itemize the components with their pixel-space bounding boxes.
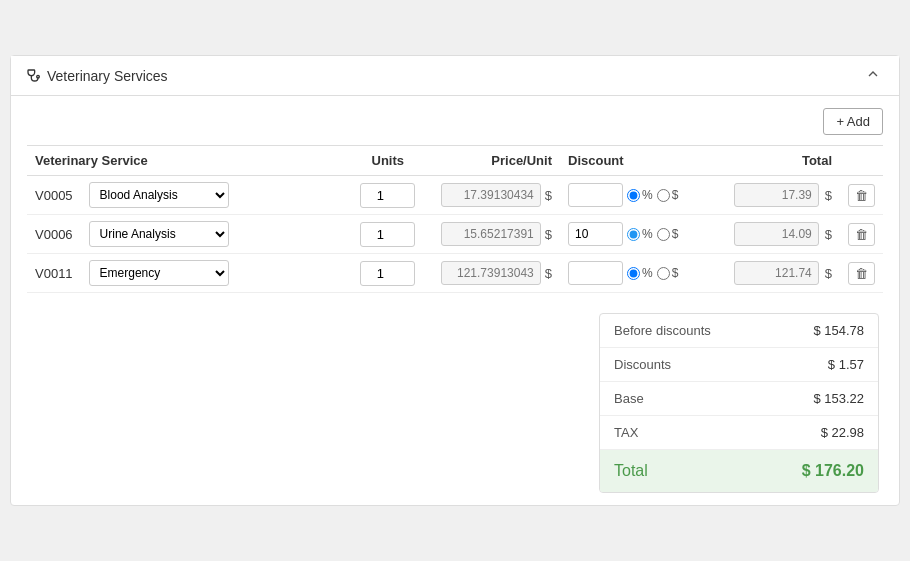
panel-header: Veterinary Services	[11, 56, 899, 96]
panel-body: + Add Veterinary Service Units Price/Uni…	[11, 96, 899, 505]
total-wrapper: $	[718, 183, 832, 207]
units-cell	[343, 176, 433, 215]
price-cell: $	[433, 254, 560, 293]
collapse-button[interactable]	[861, 64, 885, 87]
discount-dollar-label[interactable]: $	[657, 227, 679, 241]
discount-percent-radio[interactable]	[627, 228, 640, 241]
table-row: V0011Blood AnalysisUrine AnalysisEmergen…	[27, 254, 883, 293]
units-cell	[343, 215, 433, 254]
discount-dollar-radio[interactable]	[657, 189, 670, 202]
summary-box: Before discounts $ 154.78 Discounts $ 1.…	[599, 313, 879, 493]
service-select[interactable]: Blood AnalysisUrine AnalysisEmergency	[89, 182, 229, 208]
discount-input[interactable]	[568, 222, 623, 246]
summary-section: Before discounts $ 154.78 Discounts $ 1.…	[27, 313, 883, 493]
discount-dollar-radio[interactable]	[657, 267, 670, 280]
units-input[interactable]	[360, 261, 415, 286]
discount-wrapper: %$	[568, 183, 702, 207]
delete-cell: 🗑	[840, 254, 883, 293]
summary-base: Base $ 153.22	[600, 382, 878, 416]
chevron-up-icon	[865, 66, 881, 82]
price-dollar-sign: $	[545, 227, 552, 242]
delete-button[interactable]: 🗑	[848, 184, 875, 207]
price-input[interactable]	[441, 183, 541, 207]
total-dollar-sign: $	[825, 266, 832, 281]
price-wrapper: $	[441, 222, 552, 246]
summary-total: Total $ 176.20	[600, 450, 878, 492]
col-header-discount: Discount	[560, 146, 710, 176]
summary-before-discounts: Before discounts $ 154.78	[600, 314, 878, 348]
total-dollar-sign: $	[825, 227, 832, 242]
total-cell: $	[710, 215, 840, 254]
service-select-cell: Blood AnalysisUrine AnalysisEmergency	[81, 215, 343, 254]
tax-value: $ 22.98	[821, 425, 864, 440]
discount-wrapper: %$	[568, 261, 702, 285]
price-dollar-sign: $	[545, 266, 552, 281]
discount-dollar-radio[interactable]	[657, 228, 670, 241]
tax-label: TAX	[614, 425, 638, 440]
discount-percent-label[interactable]: %	[627, 227, 653, 241]
discount-percent-radio[interactable]	[627, 267, 640, 280]
table-row: V0006Blood AnalysisUrine AnalysisEmergen…	[27, 215, 883, 254]
add-button[interactable]: + Add	[823, 108, 883, 135]
units-input[interactable]	[360, 183, 415, 208]
col-header-price: Price/Unit	[433, 146, 560, 176]
delete-button[interactable]: 🗑	[848, 262, 875, 285]
discount-input[interactable]	[568, 183, 623, 207]
total-label: Total	[614, 462, 648, 480]
price-cell: $	[433, 215, 560, 254]
total-cell: $	[710, 176, 840, 215]
service-code: V0005	[27, 176, 81, 215]
price-dollar-sign: $	[545, 188, 552, 203]
service-select[interactable]: Blood AnalysisUrine AnalysisEmergency	[89, 260, 229, 286]
discount-cell: %$	[560, 215, 710, 254]
delete-button[interactable]: 🗑	[848, 223, 875, 246]
discount-percent-radio[interactable]	[627, 189, 640, 202]
price-wrapper: $	[441, 183, 552, 207]
veterinary-services-panel: Veterinary Services + Add Veterinary Ser…	[10, 55, 900, 506]
discount-cell: %$	[560, 176, 710, 215]
col-header-units: Units	[343, 146, 433, 176]
delete-cell: 🗑	[840, 176, 883, 215]
summary-tax: TAX $ 22.98	[600, 416, 878, 450]
total-input[interactable]	[734, 183, 819, 207]
stethoscope-icon	[25, 68, 41, 84]
service-select[interactable]: Blood AnalysisUrine AnalysisEmergency	[89, 221, 229, 247]
total-input[interactable]	[734, 261, 819, 285]
total-dollar-sign: $	[825, 188, 832, 203]
service-code: V0011	[27, 254, 81, 293]
summary-discounts: Discounts $ 1.57	[600, 348, 878, 382]
total-input[interactable]	[734, 222, 819, 246]
price-cell: $	[433, 176, 560, 215]
discount-input[interactable]	[568, 261, 623, 285]
discounts-value: $ 1.57	[828, 357, 864, 372]
col-header-total: Total	[710, 146, 840, 176]
discount-percent-label[interactable]: %	[627, 188, 653, 202]
discount-cell: %$	[560, 254, 710, 293]
panel-title: Veterinary Services	[25, 68, 168, 84]
before-discounts-label: Before discounts	[614, 323, 711, 338]
toolbar: + Add	[27, 108, 883, 135]
service-code: V0006	[27, 215, 81, 254]
base-value: $ 153.22	[813, 391, 864, 406]
col-header-service: Veterinary Service	[27, 146, 343, 176]
discount-wrapper: %$	[568, 222, 702, 246]
total-cell: $	[710, 254, 840, 293]
price-input[interactable]	[441, 222, 541, 246]
price-input[interactable]	[441, 261, 541, 285]
units-input[interactable]	[360, 222, 415, 247]
total-wrapper: $	[718, 222, 832, 246]
service-select-cell: Blood AnalysisUrine AnalysisEmergency	[81, 254, 343, 293]
base-label: Base	[614, 391, 644, 406]
total-value: $ 176.20	[802, 462, 864, 480]
before-discounts-value: $ 154.78	[813, 323, 864, 338]
service-select-cell: Blood AnalysisUrine AnalysisEmergency	[81, 176, 343, 215]
delete-cell: 🗑	[840, 215, 883, 254]
price-wrapper: $	[441, 261, 552, 285]
total-wrapper: $	[718, 261, 832, 285]
services-table: Veterinary Service Units Price/Unit Disc…	[27, 145, 883, 293]
discount-percent-label[interactable]: %	[627, 266, 653, 280]
discount-dollar-label[interactable]: $	[657, 188, 679, 202]
units-cell	[343, 254, 433, 293]
discount-dollar-label[interactable]: $	[657, 266, 679, 280]
col-header-action	[840, 146, 883, 176]
